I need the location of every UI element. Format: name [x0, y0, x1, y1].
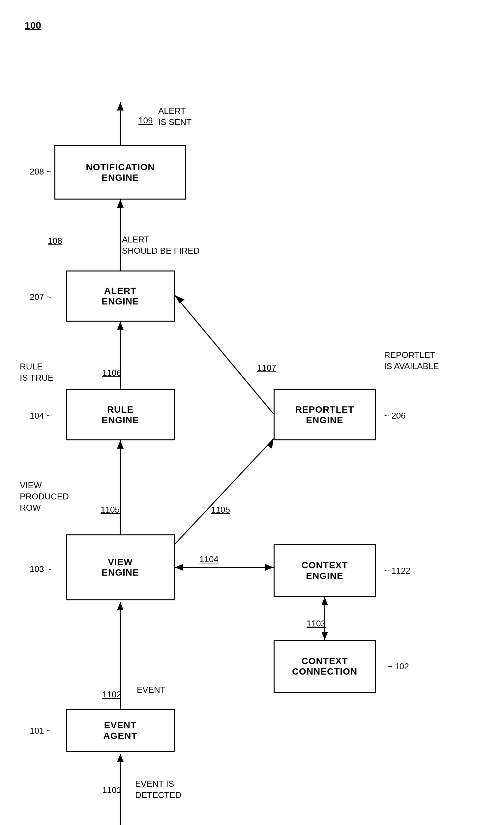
- svg-line-15: [175, 439, 274, 544]
- svg-marker-5: [117, 440, 123, 449]
- svg-marker-9: [117, 200, 123, 208]
- notification-engine-label: NOTIFICATIONENGINE: [86, 162, 155, 183]
- alert-engine-label: ALERTENGINE: [101, 286, 139, 307]
- ref-1102: 1102: [102, 689, 121, 700]
- context-engine-box: CONTEXTENGINE: [274, 544, 376, 597]
- ref-208: 208 ~: [30, 167, 52, 177]
- reportlet-engine-label: REPORTLETENGINE: [296, 404, 354, 426]
- alert-engine-box: ALERTENGINE: [66, 271, 175, 322]
- svg-marker-7: [117, 322, 123, 330]
- svg-marker-3: [117, 602, 123, 610]
- ref-1107: 1107: [257, 363, 276, 373]
- ref-1122: ~ 1122: [384, 566, 410, 576]
- ref-104: 104 ~: [30, 411, 52, 421]
- ref-1104: 1104: [199, 554, 219, 565]
- rule-is-true-label: RULEIS TRUE: [20, 361, 54, 384]
- alert-should-be-fired-label: ALERTSHOULD BE FIRED: [122, 234, 200, 256]
- event-agent-box: EVENTAGENT: [66, 709, 175, 752]
- ref-103: 103 ~: [30, 564, 52, 574]
- event-is-detected-label: EVENT ISDETECTED: [135, 778, 181, 801]
- svg-marker-21: [321, 632, 328, 640]
- alert-is-sent-label: ALERTIS SENT: [158, 105, 191, 128]
- event-agent-label: EVENTAGENT: [103, 720, 138, 741]
- event-label: EVENT: [137, 684, 165, 696]
- svg-marker-1: [117, 754, 123, 762]
- svg-marker-20: [321, 597, 328, 605]
- svg-marker-18: [175, 295, 185, 303]
- ref-1105b: 1105: [211, 505, 230, 515]
- ref-101: 101 ~: [30, 726, 52, 736]
- view-produced-row-label: VIEWPRODUCEDROW: [20, 480, 69, 513]
- svg-marker-11: [117, 102, 123, 110]
- reportlet-engine-box: REPORTLETENGINE: [274, 389, 376, 440]
- diagram-container: 100: [0, 0, 504, 825]
- ref-108-num: 108: [48, 236, 62, 246]
- ref-206: ~ 206: [384, 411, 406, 421]
- ref-102: ~ 102: [387, 661, 409, 672]
- ref-109: 109: [139, 116, 153, 126]
- rule-engine-box: RULEENGINE: [66, 389, 175, 440]
- context-connection-box: CONTEXTCONNECTION: [274, 640, 376, 693]
- rule-engine-label: RULEENGINE: [101, 404, 139, 426]
- ref-1106: 1106: [102, 368, 121, 378]
- svg-marker-16: [267, 439, 274, 449]
- ref-1101: 1101: [102, 785, 121, 795]
- view-engine-label: VIEWENGINE: [101, 557, 139, 578]
- ref-207: 207 ~: [30, 292, 52, 302]
- svg-marker-13: [175, 564, 183, 571]
- reportlet-is-available-label: REPORTLETIS AVAILABLE: [384, 350, 439, 372]
- svg-line-17: [175, 295, 274, 414]
- notification-engine-box: NOTIFICATIONENGINE: [55, 145, 186, 200]
- view-engine-box: VIEWENGINE: [66, 534, 175, 600]
- svg-marker-14: [265, 564, 274, 571]
- context-engine-label: CONTEXTENGINE: [302, 560, 348, 581]
- ref-1103: 1103: [307, 618, 326, 629]
- figure-number: 100: [25, 20, 41, 31]
- context-connection-label: CONTEXTCONNECTION: [292, 656, 357, 677]
- ref-1105a: 1105: [100, 505, 120, 515]
